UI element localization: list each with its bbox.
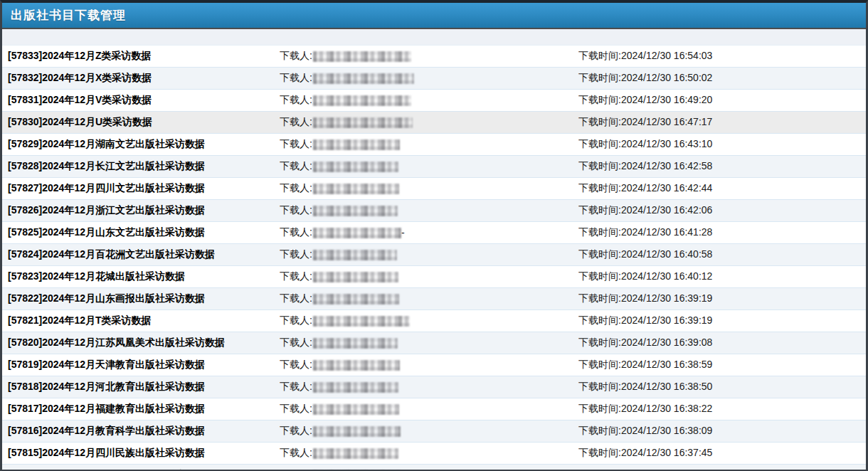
- downloader-label: 下载人:: [280, 72, 312, 85]
- entry-downloader: 下载人:: [280, 182, 578, 195]
- entry-downloader: 下载人:: [280, 72, 578, 85]
- entry-title[interactable]: [57832]2024年12月X类采访数据: [2, 72, 280, 85]
- table-row[interactable]: [57828]2024年12月长江文艺出版社采访数据 下载人: 下载时间:202…: [2, 155, 866, 177]
- downloader-label: 下载人:: [280, 182, 312, 195]
- downloader-name-redacted: [313, 404, 399, 415]
- entry-title[interactable]: [57833]2024年12月Z类采访数据: [2, 50, 280, 63]
- entry-downloader: 下载人:: [280, 381, 578, 393]
- entry-title[interactable]: [57816]2024年12月教育科学出版社采访数据: [2, 425, 280, 438]
- downloader-label: 下载人:: [280, 138, 312, 151]
- downloader-name-redacted: [313, 228, 401, 238]
- downloader-label: 下载人:: [280, 94, 312, 107]
- downloader-name-redacted: [313, 272, 398, 282]
- downloader-name-redacted: [313, 117, 413, 128]
- downloader-label: 下载人:: [280, 248, 312, 261]
- header-gap: [2, 29, 866, 45]
- table-row[interactable]: [57833]2024年12月Z类采访数据 下载人: 下载时间:2024/12/…: [2, 45, 866, 67]
- entry-download-time: 下载时间:2024/12/30 16:43:10: [578, 138, 866, 151]
- entry-download-time: 下载时间:2024/12/30 16:47:17: [578, 116, 866, 129]
- entry-title[interactable]: [57826]2024年12月浙江文艺出版社采访数据: [2, 204, 280, 217]
- entry-title[interactable]: [57831]2024年12月V类采访数据: [2, 94, 280, 107]
- table-row[interactable]: [57831]2024年12月V类采访数据 下载人: 下载时间:2024/12/…: [2, 89, 866, 111]
- table-row[interactable]: [57825]2024年12月山东文艺出版社采访数据 下载人:- 下载时间:20…: [2, 221, 866, 243]
- entry-downloader: 下载人:: [280, 116, 578, 129]
- entry-downloader: 下载人:: [280, 403, 578, 416]
- entry-downloader: 下载人:: [280, 270, 578, 283]
- entry-download-time: 下载时间:2024/12/30 16:41:28: [578, 226, 866, 239]
- table-row[interactable]: [57827]2024年12月四川文艺出版社采访数据 下载人: 下载时间:202…: [2, 177, 866, 199]
- table-row[interactable]: [57832]2024年12月X类采访数据 下载人: 下载时间:2024/12/…: [2, 67, 866, 89]
- downloader-name-redacted: [313, 95, 411, 106]
- entry-downloader: 下载人:: [280, 204, 578, 217]
- entry-downloader: 下载人:: [280, 314, 578, 327]
- entry-download-time: 下载时间:2024/12/30 16:39:19: [578, 292, 866, 305]
- entry-downloader: 下载人:: [280, 160, 578, 173]
- downloader-name-redacted: [313, 448, 398, 459]
- entry-download-time: 下载时间:2024/12/30 16:49:20: [578, 94, 866, 107]
- downloader-name-redacted: [313, 316, 410, 327]
- table-row[interactable]: [57815]2024年12月四川民族出版社采访数据 下载人: 下载时间:202…: [2, 442, 866, 464]
- table-row[interactable]: [57816]2024年12月教育科学出版社采访数据 下载人: 下载时间:202…: [2, 420, 866, 442]
- table-row[interactable]: [57823]2024年12月花城出版社采访数据 下载人: 下载时间:2024/…: [2, 265, 866, 287]
- entry-title[interactable]: [57824]2024年12月百花洲文艺出版社采访数据: [2, 248, 280, 261]
- page-title: 出版社书目下载管理: [11, 7, 126, 23]
- entry-title[interactable]: [57818]2024年12月河北教育出版社采访数据: [2, 381, 280, 393]
- table-row[interactable]: [57819]2024年12月天津教育出版社采访数据 下载人: 下载时间:202…: [2, 354, 866, 376]
- entry-download-time: 下载时间:2024/12/30 16:40:58: [578, 248, 866, 261]
- entry-downloader: 下载人:: [280, 337, 578, 349]
- entry-downloader: 下载人:: [280, 425, 578, 438]
- table-row[interactable]: [57821]2024年12月T类采访数据 下载人: 下载时间:2024/12/…: [2, 309, 866, 332]
- entry-download-time: 下载时间:2024/12/30 16:38:09: [578, 425, 866, 438]
- entry-download-time: 下载时间:2024/12/30 16:42:06: [578, 204, 866, 217]
- table-row[interactable]: [57814]2024年12月浙江摄影出版社采访数据 下载人: 下载时间:202…: [2, 464, 866, 471]
- entry-downloader: 下载人:: [280, 138, 578, 151]
- table-row[interactable]: [57818]2024年12月河北教育出版社采访数据 下载人: 下载时间:202…: [2, 376, 866, 398]
- entry-download-time: 下载时间:2024/12/30 16:42:58: [578, 160, 866, 173]
- entry-title[interactable]: [57830]2024年12月U类采访数据: [2, 116, 280, 129]
- table-row[interactable]: [57817]2024年12月福建教育出版社采访数据 下载人: 下载时间:202…: [2, 398, 866, 420]
- entry-title[interactable]: [57815]2024年12月四川民族出版社采访数据: [2, 447, 280, 460]
- downloader-label: 下载人:: [280, 381, 312, 393]
- entry-title[interactable]: [57817]2024年12月福建教育出版社采访数据: [2, 403, 280, 416]
- entry-downloader: 下载人:-: [280, 226, 578, 239]
- page-header: 出版社书目下载管理: [2, 3, 866, 29]
- entry-downloader: 下载人:: [280, 50, 578, 63]
- download-manager-window: 出版社书目下载管理 [57833]2024年12月Z类采访数据 下载人: 下载时…: [0, 0, 868, 471]
- entry-title[interactable]: [57829]2024年12月湖南文艺出版社采访数据: [2, 138, 280, 151]
- table-row[interactable]: [57829]2024年12月湖南文艺出版社采访数据 下载人: 下载时间:202…: [2, 133, 866, 155]
- entry-title[interactable]: [57821]2024年12月T类采访数据: [2, 314, 280, 327]
- downloader-name-redacted: [313, 294, 399, 305]
- downloader-name-redacted: [313, 73, 414, 84]
- entry-title[interactable]: [57828]2024年12月长江文艺出版社采访数据: [2, 160, 280, 173]
- downloader-name-redacted: [313, 162, 398, 172]
- table-row[interactable]: [57826]2024年12月浙江文艺出版社采访数据 下载人: 下载时间:202…: [2, 199, 866, 221]
- entry-title[interactable]: [57820]2024年12月江苏凤凰美术出版社采访数据: [2, 337, 280, 349]
- table-row[interactable]: [57820]2024年12月江苏凤凰美术出版社采访数据 下载人: 下载时间:2…: [2, 332, 866, 354]
- entry-downloader: 下载人:: [280, 94, 578, 107]
- entry-downloader: 下载人:: [280, 447, 578, 460]
- downloader-label: 下载人:: [280, 226, 312, 239]
- downloader-label: 下载人:: [280, 50, 312, 63]
- downloader-name-redacted: [313, 184, 399, 194]
- downloader-name-redacted: [313, 139, 400, 150]
- entry-download-time: 下载时间:2024/12/30 16:37:45: [578, 447, 866, 460]
- downloader-label: 下载人:: [280, 337, 312, 349]
- entry-title[interactable]: [57822]2024年12月山东画报出版社采访数据: [2, 292, 280, 305]
- downloader-label: 下载人:: [280, 447, 312, 460]
- downloader-name-redacted: [313, 426, 401, 437]
- downloader-label: 下载人:: [280, 116, 312, 129]
- entry-title[interactable]: [57825]2024年12月山东文艺出版社采访数据: [2, 226, 280, 239]
- entry-download-time: 下载时间:2024/12/30 16:38:22: [578, 403, 866, 416]
- table-row[interactable]: [57822]2024年12月山东画报出版社采访数据 下载人: 下载时间:202…: [2, 287, 866, 309]
- downloader-name-redacted: [313, 338, 398, 349]
- table-row[interactable]: [57830]2024年12月U类采访数据 下载人: 下载时间:2024/12/…: [2, 111, 866, 133]
- entry-download-time: 下载时间:2024/12/30 16:38:50: [578, 381, 866, 393]
- table-row[interactable]: [57824]2024年12月百花洲文艺出版社采访数据 下载人: 下载时间:20…: [2, 243, 866, 265]
- entry-title[interactable]: [57819]2024年12月天津教育出版社采访数据: [2, 359, 280, 371]
- download-list: [57833]2024年12月Z类采访数据 下载人: 下载时间:2024/12/…: [2, 45, 866, 471]
- downloader-label: 下载人:: [280, 425, 312, 438]
- entry-download-time: 下载时间:2024/12/30 16:54:03: [578, 50, 866, 63]
- entry-title[interactable]: [57827]2024年12月四川文艺出版社采访数据: [2, 182, 280, 195]
- entry-title[interactable]: [57823]2024年12月花城出版社采访数据: [2, 270, 280, 283]
- downloader-label: 下载人:: [280, 204, 312, 217]
